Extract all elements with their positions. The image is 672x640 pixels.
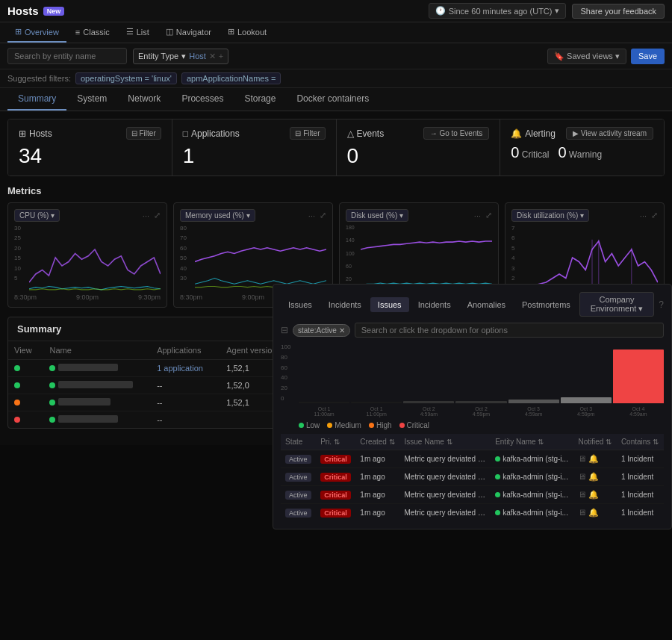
tab-classic[interactable]: ≡ Classic <box>68 23 117 43</box>
tab-navigator[interactable]: ◫ Navigator <box>158 22 219 43</box>
tab-list[interactable]: ☰ List <box>119 22 157 43</box>
memory-chart-area: 807060504030 <box>180 225 326 292</box>
row-apps: 1 application <box>151 360 220 377</box>
tab-anomalies[interactable]: Anomalies <box>460 297 513 312</box>
created-time: 1m ago <box>355 450 399 468</box>
bar-chart-y-axis: 100806040200 <box>281 344 299 403</box>
col-view: View <box>8 341 43 360</box>
apps-title: □ Applications <box>183 128 240 139</box>
issue-name: Metric query deviated from... <box>400 450 491 468</box>
memory-title[interactable]: Memory used (%) ▾ <box>180 209 255 222</box>
tab-network[interactable]: Network <box>117 88 171 111</box>
chevron-down-icon: ▾ <box>555 6 559 16</box>
col-entity-name: Entity Name ⇅ <box>491 434 573 450</box>
notified: 🖥 🔔 <box>573 450 616 468</box>
issue-name: Metric query deviated from... <box>400 468 491 486</box>
tab-summary[interactable]: Summary <box>7 88 66 111</box>
clock-icon: 🕐 <box>435 6 446 16</box>
chart-cpu: CPU (%) ▾ ··· ⤢ 30252015105 <box>7 202 167 308</box>
more-icon[interactable]: ··· <box>640 211 647 220</box>
chevron-icon: ▾ <box>399 211 403 220</box>
share-feedback-button[interactable]: Share your feedback <box>572 4 665 19</box>
more-icon[interactable]: ··· <box>474 211 481 220</box>
metrics-title: Metrics <box>7 185 665 196</box>
created-time: 1m ago <box>355 504 399 522</box>
expand-icon[interactable]: ⤢ <box>485 211 492 220</box>
tab-incidents-1[interactable]: Incidents <box>321 297 369 312</box>
apps-value: 1 <box>183 144 326 168</box>
tab-overview[interactable]: ⊞ Overview <box>7 22 66 43</box>
issues-search-input[interactable] <box>355 323 664 338</box>
tab-incidents-2[interactable]: Incidents <box>411 297 458 312</box>
row-view <box>8 394 43 411</box>
expand-icon[interactable]: ⤢ <box>320 211 326 220</box>
bookmark-icon: 🔖 <box>554 52 564 60</box>
tab-storage[interactable]: Storage <box>234 88 286 111</box>
priority-badge: Critical <box>320 473 351 482</box>
tab-issues-2[interactable]: Issues <box>370 297 409 312</box>
issue-row: Active Critical 1m ago Metric query devi… <box>281 486 664 504</box>
critical-value: 0 <box>511 144 519 161</box>
page-title: Hosts <box>7 4 39 17</box>
row-name <box>43 394 151 411</box>
tab-issues-1[interactable]: Issues <box>281 297 320 312</box>
priority-badge: Critical <box>320 491 351 500</box>
active-filter-tag[interactable]: state:Active ✕ <box>293 324 350 337</box>
top-header: Hosts New 🕐 Since 60 minutes ago (UTC) ▾… <box>0 0 672 22</box>
chevron-icon: ▾ <box>580 211 584 220</box>
cpu-title[interactable]: CPU (%) ▾ <box>14 209 60 222</box>
warning-label: Warning <box>569 149 602 160</box>
disk-util-title[interactable]: Disk utilization (%) ▾ <box>511 209 589 222</box>
stat-events: △ Events → Go to Events 0 <box>337 119 501 175</box>
tab-system[interactable]: System <box>66 88 117 111</box>
col-applications: Applications <box>151 341 220 360</box>
contains: 1 Incident <box>617 468 664 486</box>
go-events-button[interactable]: → Go to Events <box>423 127 490 140</box>
col-name: Name <box>43 341 151 360</box>
tab-lookout[interactable]: ⊞ Lookout <box>220 22 274 43</box>
stats-row: ⊞ Hosts ⊟ Filter 34 □ Applications <box>7 119 665 176</box>
entity-type-filter[interactable]: Entity Type ▾ Host ✕ + <box>133 49 228 64</box>
notified: 🖥 🔔 <box>573 504 616 522</box>
suggested-filters: Suggested filters: operatingSystem = 'li… <box>0 69 672 88</box>
expand-icon[interactable]: ⤢ <box>651 211 658 220</box>
filter-pill-apm[interactable]: apmApplicationNames = <box>181 72 281 84</box>
filter-row: ⊟ state:Active ✕ <box>281 323 664 338</box>
priority-badge: Critical <box>320 509 351 518</box>
close-icon[interactable]: ✕ <box>339 326 345 335</box>
save-button[interactable]: Save <box>631 49 665 64</box>
activity-button[interactable]: ▶ View activity stream <box>566 127 653 140</box>
header-right: 🕐 Since 60 minutes ago (UTC) ▾ Share you… <box>429 3 665 19</box>
hosts-filter-button[interactable]: ⊟ Filter <box>126 127 161 140</box>
disk-used-title[interactable]: Disk used (%) ▾ <box>346 209 408 222</box>
time-range-button[interactable]: 🕐 Since 60 minutes ago (UTC) ▾ <box>429 3 567 19</box>
help-icon[interactable]: ? <box>659 299 664 310</box>
tab-docker[interactable]: Docker containers <box>286 88 379 111</box>
entity-name: kafka-admin (stg-i... <box>491 486 573 504</box>
more-icon[interactable]: ··· <box>143 211 149 220</box>
contains: 1 Incident <box>617 486 664 504</box>
search-input[interactable] <box>7 48 127 64</box>
expand-icon[interactable]: ⤢ <box>154 211 161 220</box>
new-badge: New <box>43 7 65 16</box>
filter-icon[interactable]: ⊟ <box>281 325 288 335</box>
tab-processes[interactable]: Processes <box>171 88 234 111</box>
row-apps: -- <box>151 394 220 411</box>
tab-postmortems[interactable]: Postmortems <box>514 297 578 312</box>
action-buttons: 🔖 Saved views ▾ Save <box>547 49 665 64</box>
row-name <box>43 411 151 429</box>
apps-filter-button[interactable]: ⊟ Filter <box>290 127 325 140</box>
col-created: Created ⇅ <box>355 434 399 450</box>
entity-name: kafka-admin (stg-i... <box>491 504 573 522</box>
filter-icon: ⊟ <box>295 129 301 137</box>
notified: 🖥 🔔 <box>573 486 616 504</box>
env-button[interactable]: Company Environment ▾ <box>579 292 655 317</box>
issues-tabs: Issues Incidents Issues Incidents Anomal… <box>281 292 664 317</box>
row-view <box>8 377 43 394</box>
saved-views-button[interactable]: 🔖 Saved views ▾ <box>547 49 626 64</box>
filter-pill-os[interactable]: operatingSystem = 'linux' <box>75 72 177 84</box>
col-contains: Contains ⇅ <box>617 434 664 450</box>
more-icon[interactable]: ··· <box>308 211 315 220</box>
stat-hosts: ⊞ Hosts ⊟ Filter 34 <box>8 119 172 175</box>
lookout-icon: ⊞ <box>228 27 234 37</box>
